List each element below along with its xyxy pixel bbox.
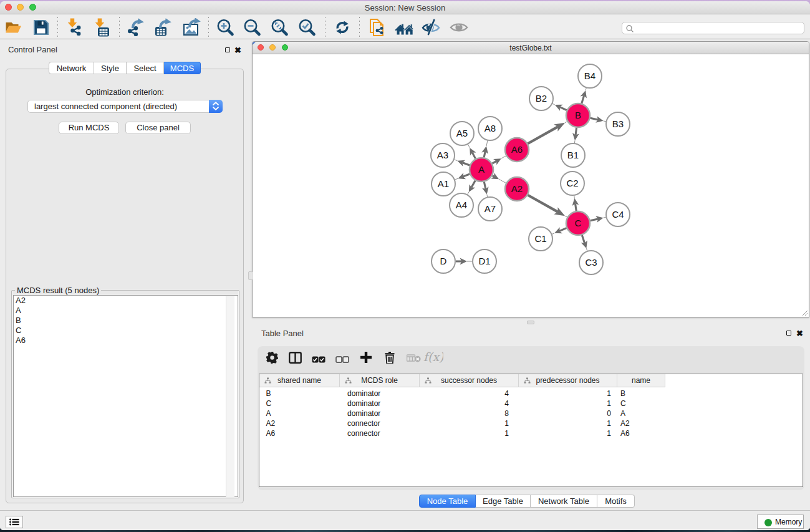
new-session-from-network-icon[interactable] (368, 18, 387, 37)
export-table-icon[interactable] (154, 18, 173, 37)
zoom-out-icon[interactable] (243, 18, 261, 37)
home-layout-icon[interactable] (395, 18, 413, 37)
edge-B-B3[interactable] (591, 118, 598, 120)
tab-edge-table[interactable]: Edge Table (476, 495, 531, 508)
edge-A-A6[interactable] (492, 161, 496, 163)
select-all-icon[interactable] (312, 354, 325, 365)
graph-node-A7[interactable]: A7 (478, 197, 502, 221)
mcds-result-list[interactable]: A2ABCA6 (13, 295, 238, 497)
network-canvas[interactable]: B4B2BB3A5A8A6A3B1AA1A2C2A4A7C4CC1C3DD1 (253, 54, 809, 316)
graph-node-C[interactable]: C (566, 211, 590, 235)
tab-node-table[interactable]: Node Table (419, 495, 476, 508)
graph-node-C2[interactable]: C2 (561, 172, 584, 195)
column-header-predecessor-nodes[interactable]: predecessor nodes (519, 374, 617, 387)
column-header-successor-nodes[interactable]: successor nodes (420, 374, 519, 387)
column-header-MCDS-role[interactable]: MCDS role (340, 374, 420, 387)
edge-B-B1[interactable] (576, 128, 576, 135)
graph-node-A8[interactable]: A8 (478, 117, 502, 140)
control-panel-close-icon[interactable]: ✖ (234, 47, 241, 54)
graph-node-A1[interactable]: A1 (432, 172, 455, 196)
search-input[interactable] (622, 22, 804, 34)
graph-node-B1[interactable]: B1 (561, 143, 585, 167)
graph-node-A6[interactable]: A6 (505, 138, 529, 162)
run-mcds-button[interactable]: Run MCDS (59, 122, 119, 134)
import-table-icon[interactable] (94, 18, 112, 37)
open-session-icon[interactable] (4, 18, 23, 37)
edge-C-C3[interactable] (582, 235, 584, 243)
graph-node-A2[interactable]: A2 (505, 177, 529, 201)
graph-node-B4[interactable]: B4 (578, 64, 602, 88)
memory-button[interactable]: Memory (757, 515, 804, 529)
mcds-result-item[interactable]: B (14, 316, 238, 326)
tab-select[interactable]: Select (127, 62, 164, 74)
edge-A-A8[interactable] (484, 152, 485, 158)
edge-A6-B[interactable] (528, 127, 557, 143)
graph-node-D1[interactable]: D1 (473, 249, 496, 273)
resize-grip-icon[interactable] (801, 309, 808, 316)
edge-A-A7[interactable] (484, 182, 486, 190)
splitter-handle-left[interactable] (248, 271, 253, 280)
edge-A2-C[interactable] (528, 195, 557, 212)
table-panel-float-icon[interactable] (786, 331, 791, 336)
graph-node-B2[interactable]: B2 (529, 87, 553, 110)
table-panel-close-icon[interactable]: ✖ (796, 331, 803, 337)
unselect-all-icon[interactable] (335, 354, 349, 365)
import-network-icon[interactable] (65, 18, 84, 37)
edge-A-A4[interactable] (471, 180, 475, 187)
edge-B-B4[interactable] (582, 95, 584, 104)
graph-node-C4[interactable]: C4 (606, 203, 630, 226)
delete-row-icon[interactable] (385, 352, 395, 366)
zoom-in-icon[interactable] (216, 18, 234, 37)
zoom-selected-icon[interactable] (297, 18, 316, 37)
column-header-shared-name[interactable]: shared name (259, 374, 340, 387)
table-cell: 1 (519, 428, 611, 438)
graph-node-A4[interactable]: A4 (450, 193, 473, 217)
edge-B-B2[interactable] (560, 107, 567, 110)
export-image-icon[interactable] (182, 18, 201, 37)
mcds-result-item[interactable]: C (14, 326, 238, 336)
show-all-icon[interactable] (450, 18, 468, 37)
add-row-icon[interactable] (360, 352, 372, 365)
edge-C-C1[interactable] (559, 228, 566, 231)
column-header-name[interactable]: name (617, 374, 665, 387)
edge-A-A3[interactable] (463, 163, 470, 165)
graph-node-B[interactable]: B (566, 104, 590, 127)
zoom-fit-icon[interactable] (270, 18, 289, 37)
mcds-result-item[interactable]: A (14, 306, 238, 316)
tab-style[interactable]: Style (94, 62, 127, 74)
edge-A-A5[interactable] (472, 153, 475, 159)
graph-node-A5[interactable]: A5 (450, 122, 474, 145)
graph-node-B3[interactable]: B3 (606, 112, 630, 136)
graph-node-A[interactable]: A (470, 158, 493, 181)
optimization-criterion-select[interactable]: largest connected component (directed) (27, 100, 223, 113)
refresh-icon[interactable] (333, 18, 352, 37)
splitter-handle-bottom[interactable] (527, 321, 534, 324)
network-window-titlebar[interactable]: testGlobe.txt (253, 42, 809, 54)
mcds-result-scrollbar[interactable] (226, 296, 234, 497)
show-panels-button[interactable] (6, 516, 23, 528)
edge-A-A1[interactable] (463, 174, 470, 177)
function-builder-icon[interactable]: f(x) (422, 351, 443, 367)
graph-node-C1[interactable]: C1 (529, 227, 552, 251)
graph-node-C3[interactable]: C3 (579, 251, 603, 274)
tab-mcds[interactable]: MCDS (164, 62, 201, 74)
mcds-result-item[interactable]: A6 (14, 336, 238, 346)
node-label: A5 (456, 128, 468, 138)
edge-A-A2[interactable] (493, 176, 494, 177)
tab-motifs[interactable]: Motifs (597, 495, 635, 508)
delete-table-icon[interactable] (407, 354, 421, 365)
export-network-icon[interactable] (127, 18, 146, 37)
hide-selected-icon[interactable] (422, 18, 440, 37)
tab-network-table[interactable]: Network Table (531, 495, 597, 508)
edge-C-C2[interactable] (576, 203, 577, 211)
graph-node-A3[interactable]: A3 (431, 143, 455, 167)
save-session-icon[interactable] (32, 18, 51, 37)
edge-C-C4[interactable] (591, 219, 598, 221)
mcds-result-item[interactable]: A2 (14, 296, 238, 306)
control-panel-float-icon[interactable] (225, 47, 230, 52)
close-panel-button[interactable]: Close panel (125, 122, 191, 134)
split-view-icon[interactable] (289, 352, 302, 366)
graph-node-D[interactable]: D (432, 249, 455, 273)
settings-icon[interactable] (266, 352, 278, 366)
tab-network[interactable]: Network (49, 62, 94, 74)
